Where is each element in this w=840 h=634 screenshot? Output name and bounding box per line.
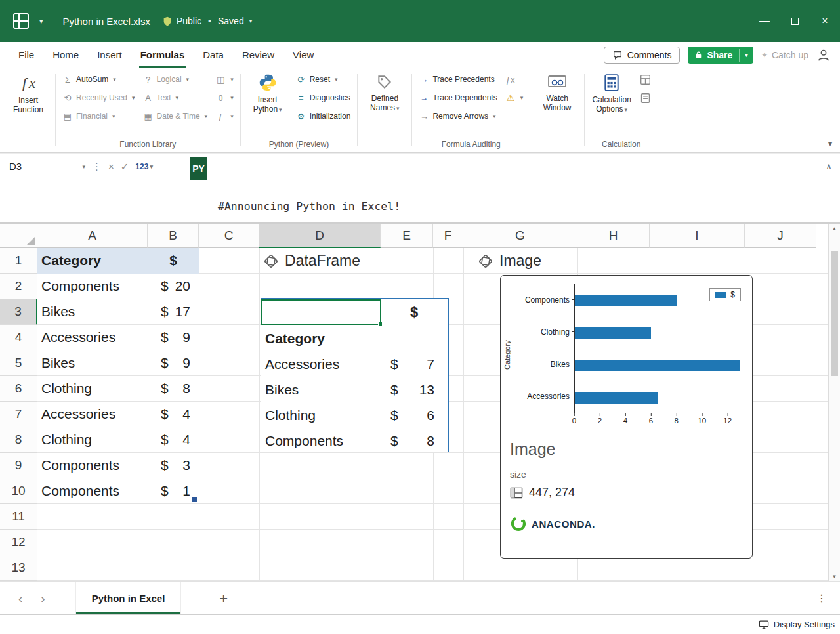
error-checking-button[interactable]: ⚠▾ (503, 89, 526, 107)
calculate-sheet-button[interactable] (637, 89, 654, 107)
text-button[interactable]: AText▾ (140, 89, 211, 107)
select-all-corner[interactable] (0, 224, 37, 248)
column-header-G[interactable]: G (463, 224, 578, 248)
cell-B2[interactable]: $20 (148, 274, 199, 299)
scroll-down-icon[interactable]: ▼ (832, 574, 837, 580)
close-button[interactable]: × (810, 0, 840, 42)
formula-bar-menu-icon[interactable]: ⋮ (92, 161, 102, 173)
row-header-5[interactable]: 5 (0, 350, 37, 376)
row-header-13[interactable]: 13 (0, 555, 37, 581)
cell-B6[interactable]: $8 (148, 376, 199, 402)
column-header-H[interactable]: H (578, 224, 650, 248)
enter-button[interactable]: ✓ (121, 161, 129, 173)
initialization-button[interactable]: ⚙Initialization (293, 107, 354, 125)
row-header-2[interactable]: 2 (0, 274, 37, 299)
cell-B8[interactable]: $4 (148, 427, 199, 453)
diagnostics-button[interactable]: ≡Diagnostics (293, 89, 354, 107)
display-settings-button[interactable]: Display Settings (774, 620, 835, 629)
tab-view[interactable]: View (284, 42, 323, 68)
calculate-now-button[interactable] (637, 70, 654, 89)
cell-A9[interactable]: Components (41, 453, 119, 478)
math-trig-button[interactable]: θ▾ (213, 89, 236, 107)
more-functions-button[interactable]: ƒ▾ (213, 107, 236, 125)
reset-button[interactable]: ⟳Reset▾ (293, 70, 354, 89)
cell-B9[interactable]: $3 (148, 453, 199, 478)
cell-A10[interactable]: Components (41, 478, 119, 504)
trace-dependents-button[interactable]: →Trace Dependents (416, 89, 499, 107)
document-title[interactable]: Python in Excel.xlsx (63, 16, 150, 27)
insert-python-button[interactable]: Insert Python▾ (245, 70, 291, 133)
financial-button[interactable]: ▤Financial▾ (60, 107, 138, 125)
cell-A1[interactable]: Category (41, 248, 101, 274)
catch-up-button[interactable]: ✦ Catch up (761, 50, 808, 60)
column-header-J[interactable]: J (745, 224, 816, 248)
collapse-formula-bar-button[interactable]: ∧ (818, 154, 840, 222)
scrollbar-thumb[interactable] (831, 251, 838, 376)
column-header-E[interactable]: E (381, 224, 433, 248)
prev-sheet-button[interactable]: ‹ (18, 591, 22, 606)
df-row[interactable]: Components$8 (261, 428, 448, 454)
column-header-A[interactable]: A (37, 224, 148, 248)
cell-A7[interactable]: Accessories (41, 402, 116, 427)
row-header-3[interactable]: 3 (0, 299, 37, 325)
selected-cell-D3[interactable] (261, 299, 381, 325)
column-header-D[interactable]: D (259, 224, 381, 248)
date-time-button[interactable]: ▦Date & Time▾ (140, 107, 211, 125)
column-header-I[interactable]: I (650, 224, 745, 248)
tab-formulas[interactable]: Formulas (131, 42, 194, 68)
name-box[interactable]: D3 ▾ (9, 161, 85, 172)
cell-A8[interactable]: Clothing (41, 427, 92, 453)
formula-input[interactable]: #Announcing Python in Excel! DataFrame=x… (207, 154, 818, 222)
lookup-reference-button[interactable]: ◫▾ (213, 70, 236, 89)
df-row[interactable]: Clothing$6 (261, 402, 448, 428)
vertical-scrollbar[interactable]: ▲ ▼ (828, 224, 840, 581)
df-index-header[interactable]: Category (265, 326, 325, 351)
calculation-options-button[interactable]: Calculation Options▾ (589, 70, 635, 133)
next-sheet-button[interactable]: › (41, 591, 45, 606)
cell-B1[interactable]: $ (148, 248, 199, 274)
grid-canvas[interactable]: Category $ Components$20 Bikes$17 Access… (37, 248, 840, 581)
tab-data[interactable]: Data (194, 42, 233, 68)
saved-status[interactable]: Saved ▾ (218, 16, 252, 26)
row-header-10[interactable]: 10 (0, 478, 37, 504)
image-output-card[interactable]: Category ComponentsClothingBikesAccessor… (500, 275, 753, 559)
logical-button[interactable]: ?Logical▾ (140, 70, 211, 89)
row-header-11[interactable]: 11 (0, 504, 37, 530)
sensitivity-badge[interactable]: Public (162, 16, 201, 27)
cell-A3[interactable]: Bikes (41, 299, 75, 325)
tab-home[interactable]: Home (43, 42, 88, 68)
recently-used-button[interactable]: ⟲Recently Used▾ (60, 89, 138, 107)
show-formulas-button[interactable]: ƒx (503, 70, 526, 89)
tab-insert[interactable]: Insert (88, 42, 131, 68)
cell-B4[interactable]: $9 (148, 325, 199, 350)
maximize-button[interactable] (780, 0, 810, 42)
column-header-B[interactable]: B (148, 224, 199, 248)
excel-app-icon[interactable] (12, 12, 30, 30)
df-column-header[interactable]: $ (381, 299, 447, 325)
cell-A5[interactable]: Bikes (41, 350, 75, 376)
share-dropdown[interactable]: ▾ (739, 49, 753, 62)
autosum-button[interactable]: ΣAutoSum▾ (60, 70, 138, 89)
cell-B3[interactable]: $17 (148, 299, 199, 325)
row-header-9[interactable]: 9 (0, 453, 37, 478)
cell-B10[interactable]: $1 (148, 478, 199, 504)
row-header-6[interactable]: 6 (0, 376, 37, 402)
cell-B7[interactable]: $4 (148, 402, 199, 427)
share-button[interactable]: Share ▾ (688, 47, 753, 64)
cell-A6[interactable]: Clothing (41, 376, 92, 402)
row-header-8[interactable]: 8 (0, 427, 37, 453)
sheet-options-icon[interactable]: ⋮ (816, 592, 827, 604)
add-sheet-button[interactable]: + (219, 590, 228, 607)
minimize-button[interactable]: — (749, 0, 780, 42)
column-header-F[interactable]: F (433, 224, 463, 248)
df-row[interactable]: Accessories$7 (261, 351, 448, 377)
insert-function-button[interactable]: ƒx Insert Function (5, 70, 51, 133)
watch-window-button[interactable]: Watch Window (534, 70, 580, 133)
comments-button[interactable]: Comments (604, 47, 681, 64)
number-format-preview-button[interactable]: 123▾ (135, 162, 153, 171)
row-header-7[interactable]: 7 (0, 402, 37, 427)
cell-B5[interactable]: $9 (148, 350, 199, 376)
scroll-up-icon[interactable]: ▲ (832, 226, 837, 232)
row-header-12[interactable]: 12 (0, 530, 37, 555)
row-header-4[interactable]: 4 (0, 325, 37, 350)
